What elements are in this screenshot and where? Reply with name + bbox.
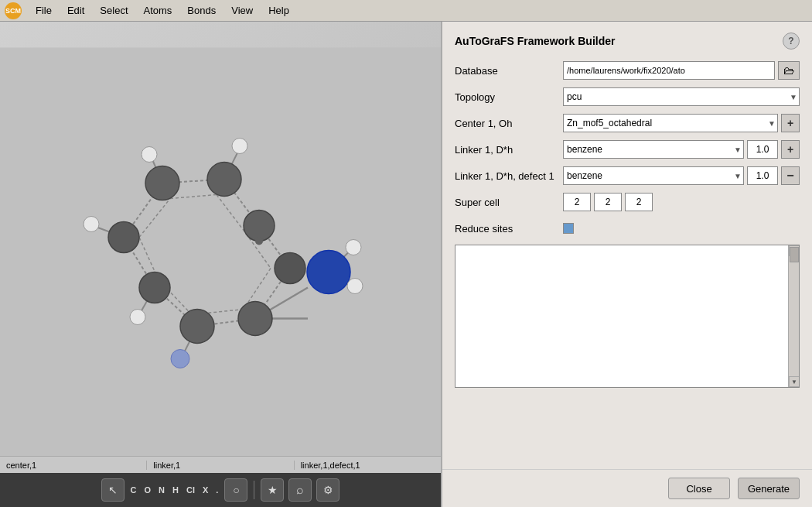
toolbar: ↖ C O N H Cl X . ○ ★ ⌕ ⚙ [0, 473, 441, 507]
supercell-inputs [563, 193, 653, 211]
output-area: ▲ ▼ [455, 245, 800, 388]
svg-point-39 [142, 147, 157, 163]
linker1-add-button[interactable]: + [781, 140, 800, 159]
svg-point-42 [347, 279, 363, 294]
svg-point-32 [180, 310, 214, 344]
supercell-z[interactable] [625, 193, 653, 211]
status-linker: linker,1 [147, 461, 294, 470]
database-label: Database [455, 65, 563, 77]
reduce-sites-checkbox[interactable] [563, 223, 574, 234]
reduce-sites-row: Reduce sites [455, 218, 800, 238]
status-center: center,1 [0, 461, 147, 470]
svg-point-26 [145, 166, 179, 200]
left-panel: center,1 linker,1 linker,1,defect,1 ↖ C … [0, 22, 441, 507]
supercell-row: Super cell [455, 192, 800, 212]
supercell-label: Super cell [455, 197, 563, 208]
topology-select[interactable]: pcu scu tcu [563, 87, 800, 106]
center1-label: Center 1, Oh [455, 118, 563, 129]
supercell-y[interactable] [594, 193, 622, 211]
svg-point-36 [232, 139, 247, 154]
svg-point-28 [244, 211, 275, 242]
svg-point-38 [130, 310, 145, 325]
menu-select[interactable]: Select [94, 3, 134, 18]
center1-add-button[interactable]: + [781, 114, 800, 132]
linker1-count[interactable] [747, 140, 778, 159]
folder-button[interactable]: 🗁 [778, 61, 800, 80]
svg-point-33 [139, 272, 170, 303]
generate-button[interactable]: Generate [738, 478, 800, 499]
atom-h[interactable]: H [171, 482, 180, 498]
menu-file[interactable]: File [29, 3, 58, 18]
main-layout: center,1 linker,1 linker,1,defect,1 ↖ C … [0, 22, 812, 507]
sep1 [254, 481, 254, 499]
center1-select[interactable]: Zn_mof5_octahedral Cu_paddlewheel [563, 114, 778, 132]
molecule-viewer [0, 22, 441, 507]
right-panel: AuToGraFS Framework Builder ? Database 🗁… [441, 22, 812, 507]
help-button[interactable]: ? [783, 33, 800, 50]
svg-rect-0 [0, 48, 441, 481]
atom-dot[interactable]: . [214, 482, 220, 498]
linker1-select[interactable]: benzene naphthalene [563, 140, 744, 159]
svg-point-41 [346, 240, 361, 255]
linker1-defect-count[interactable] [747, 166, 778, 185]
svg-point-40 [171, 350, 189, 368]
menu-bar: SCM File Edit Select Atoms Bonds View He… [0, 0, 812, 22]
atom-n[interactable]: N [157, 482, 166, 498]
center1-select-wrapper: Zn_mof5_octahedral Cu_paddlewheel ▼ [563, 114, 778, 132]
panel-footer: Close Generate [442, 469, 812, 507]
scroll-thumb[interactable] [790, 247, 799, 262]
ring-tool[interactable]: ○ [224, 478, 247, 502]
close-button[interactable]: Close [668, 478, 730, 499]
linker1-defect-select[interactable]: benzene naphthalene [563, 166, 744, 185]
output-scrollbar[interactable]: ▲ ▼ [788, 245, 799, 387]
star-tool[interactable]: ★ [261, 478, 284, 502]
atom-c[interactable]: C [129, 482, 138, 498]
linker1-row: Linker 1, D*h benzene naphthalene ▼ + [455, 139, 800, 159]
reduce-sites-label: Reduce sites [455, 223, 563, 235]
linker1-defect-select-wrapper: benzene naphthalene ▼ [563, 166, 744, 185]
cursor-tool[interactable]: ↖ [101, 478, 125, 502]
supercell-x[interactable] [563, 193, 591, 211]
menu-bonds[interactable]: Bonds [181, 3, 222, 18]
scroll-down-button[interactable]: ▼ [789, 376, 800, 387]
scm-logo: SCM [5, 2, 22, 19]
svg-point-37 [84, 217, 99, 232]
database-row: Database 🗁 [455, 60, 800, 81]
svg-point-31 [238, 302, 272, 336]
status-bar: center,1 linker,1 linker,1,defect,1 [0, 456, 441, 473]
atom-x[interactable]: X [201, 482, 210, 498]
panel-header: AuToGraFS Framework Builder ? [442, 22, 812, 57]
topology-label: Topology [455, 91, 563, 103]
svg-point-34 [108, 222, 139, 253]
menu-view[interactable]: View [225, 3, 259, 18]
atom-cl[interactable]: Cl [185, 482, 196, 498]
menu-edit[interactable]: Edit [61, 3, 90, 18]
settings-tool[interactable]: ⚙ [316, 478, 339, 502]
svg-point-30 [275, 253, 305, 284]
panel-title: AuToGraFS Framework Builder [455, 35, 615, 47]
status-linker-defect: linker,1,defect,1 [295, 461, 441, 470]
linker1-label: Linker 1, D*h [455, 144, 563, 156]
linker1-defect-label: Linker 1, D*h, defect 1 [455, 170, 563, 182]
menu-atoms[interactable]: Atoms [138, 3, 179, 18]
measure-tool[interactable]: ⌕ [288, 478, 312, 502]
center1-row: Center 1, Oh Zn_mof5_octahedral Cu_paddl… [455, 113, 800, 133]
database-input[interactable] [563, 61, 775, 80]
svg-point-35 [307, 251, 350, 294]
linker1-select-wrapper: benzene naphthalene ▼ [563, 140, 744, 159]
svg-point-27 [207, 163, 241, 197]
topology-select-wrapper: pcu scu tcu ▼ [563, 87, 800, 106]
menu-help[interactable]: Help [262, 3, 295, 18]
linker1-defect-row: Linker 1, D*h, defect 1 benzene naphthal… [455, 166, 800, 186]
svg-point-29 [255, 238, 263, 245]
topology-row: Topology pcu scu tcu ▼ [455, 87, 800, 107]
panel-body: Database 🗁 Topology pcu scu tcu ▼ Ce [442, 57, 812, 469]
atom-o[interactable]: O [143, 482, 153, 498]
linker1-defect-remove-button[interactable]: − [781, 166, 800, 185]
